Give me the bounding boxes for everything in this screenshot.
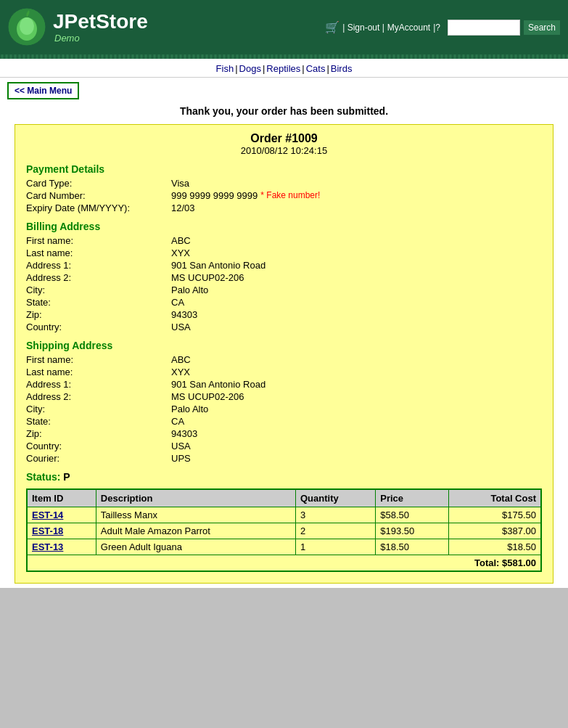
thank-you-message: Thank you, your order has been submitted… <box>7 105 561 117</box>
billing-zip-label: Zip: <box>26 309 171 320</box>
status-value: P <box>63 471 70 483</box>
card-number-label: Card Number: <box>26 190 171 201</box>
cell-total: $387.00 <box>448 523 541 539</box>
shipping-firstname-row: First name: ABC <box>26 354 542 365</box>
logo-area: JPetStore Demo <box>7 7 148 47</box>
shipping-courier-value: UPS <box>171 453 191 464</box>
logo-demo: Demo <box>54 33 148 44</box>
shipping-city-label: City: <box>26 404 171 414</box>
cat-sep-3: | <box>302 63 304 74</box>
order-header: Order #1009 2010/08/12 10:24:15 <box>26 132 542 156</box>
cell-total: $175.50 <box>448 507 541 523</box>
shipping-lastname-value: XYX <box>171 367 190 377</box>
shipping-country-row: Country: USA <box>26 441 542 451</box>
cat-sep-2: | <box>263 63 265 74</box>
main-content: << Main Menu Thank you, your order has b… <box>0 78 568 588</box>
shipping-firstname-value: ABC <box>171 354 191 365</box>
cell-description: Adult Male Amazon Parrot <box>96 523 295 539</box>
shipping-address1-value: 901 San Antonio Road <box>171 379 266 390</box>
total-value: Total: $581.00 <box>27 555 541 572</box>
cell-description: Green Adult Iguana <box>96 539 295 555</box>
shipping-address1-label: Address 1: <box>26 379 171 390</box>
expiry-label: Expiry Date (MM/YYYY): <box>26 203 171 213</box>
main-menu-button[interactable]: << Main Menu <box>7 82 79 99</box>
billing-country-label: Country: <box>26 322 171 332</box>
shipping-country-value: USA <box>171 441 191 451</box>
card-type-label: Card Type: <box>26 178 171 189</box>
cell-item-id[interactable]: EST-18 <box>27 523 96 539</box>
nav-reptiles[interactable]: Reptiles <box>266 63 300 74</box>
billing-lastname-value: XYX <box>171 248 190 258</box>
col-header-description: Description <box>96 489 295 507</box>
expiry-value: 12/03 <box>171 203 195 213</box>
shipping-country-label: Country: <box>26 441 171 451</box>
billing-country-row: Country: USA <box>26 322 542 332</box>
shipping-address1-row: Address 1: 901 San Antonio Road <box>26 379 542 390</box>
col-header-total-cost: Total Cost <box>448 489 541 507</box>
billing-address2-row: Address 2: MS UCUP02-206 <box>26 272 542 283</box>
shipping-address2-label: Address 2: <box>26 391 171 402</box>
expiry-row: Expiry Date (MM/YYYY): 12/03 <box>26 203 542 213</box>
billing-lastname-row: Last name: XYX <box>26 248 542 258</box>
billing-state-value: CA <box>171 297 184 308</box>
cell-quantity: 1 <box>295 539 375 555</box>
shipping-zip-value: 94303 <box>171 428 197 439</box>
billing-city-row: City: Palo Alto <box>26 285 542 295</box>
shipping-zip-row: Zip: 94303 <box>26 428 542 439</box>
cart-icon: 🛒 <box>325 20 339 34</box>
cell-description: Tailless Manx <box>96 507 295 523</box>
status-label: Status: <box>26 471 60 483</box>
category-nav: Fish|Dogs|Reptiles|Cats|Birds <box>0 59 568 78</box>
col-header-price: Price <box>376 489 449 507</box>
shipping-address2-row: Address 2: MS UCUP02-206 <box>26 391 542 402</box>
shipping-courier-row: Courier: UPS <box>26 453 542 464</box>
cell-quantity: 2 <box>295 523 375 539</box>
table-row: EST-13 Green Adult Iguana 1 $18.50 $18.5… <box>27 539 541 555</box>
col-header-item-id: Item ID <box>27 489 96 507</box>
shipping-state-row: State: CA <box>26 416 542 427</box>
nav-cats[interactable]: Cats <box>306 63 326 74</box>
billing-city-label: City: <box>26 285 171 295</box>
cell-item-id[interactable]: EST-14 <box>27 507 96 523</box>
billing-lastname-label: Last name: <box>26 248 171 258</box>
col-header-quantity: Quantity <box>295 489 375 507</box>
billing-firstname-label: First name: <box>26 235 171 246</box>
sign-out-link[interactable]: | Sign-out | <box>342 23 384 33</box>
payment-section-title: Payment Details <box>26 163 542 175</box>
table-row: EST-18 Adult Male Amazon Parrot 2 $193.5… <box>27 523 541 539</box>
header-sep: |? <box>433 23 440 33</box>
order-table: Item ID Description Quantity Price Total… <box>26 488 542 572</box>
nav-birds[interactable]: Birds <box>331 63 353 74</box>
billing-address1-value: 901 San Antonio Road <box>171 260 266 271</box>
shipping-address2-value: MS UCUP02-206 <box>171 391 244 402</box>
total-row: Total: $581.00 <box>27 555 541 572</box>
shipping-city-row: City: Palo Alto <box>26 404 542 414</box>
svg-point-2 <box>20 17 34 35</box>
shipping-state-label: State: <box>26 416 171 427</box>
search-input[interactable] <box>448 20 520 36</box>
billing-firstname-row: First name: ABC <box>26 235 542 246</box>
table-row: EST-14 Tailless Manx 3 $58.50 $175.50 <box>27 507 541 523</box>
cell-total: $18.50 <box>448 539 541 555</box>
shipping-state-value: CA <box>171 416 184 427</box>
cell-price: $193.50 <box>376 523 449 539</box>
card-number-value: 999 9999 9999 9999 <box>171 190 258 201</box>
billing-state-row: State: CA <box>26 297 542 308</box>
nav-fish[interactable]: Fish <box>216 63 234 74</box>
billing-firstname-value: ABC <box>171 235 191 246</box>
nav-dogs[interactable]: Dogs <box>239 63 261 74</box>
card-type-row: Card Type: Visa <box>26 178 542 189</box>
billing-country-value: USA <box>171 322 191 332</box>
billing-address1-row: Address 1: 901 San Antonio Road <box>26 260 542 271</box>
shipping-zip-label: Zip: <box>26 428 171 439</box>
logo-text-area: JPetStore Demo <box>53 11 148 44</box>
order-number: Order #1009 <box>26 132 542 145</box>
shipping-lastname-row: Last name: XYX <box>26 367 542 377</box>
shipping-city-value: Palo Alto <box>171 404 208 414</box>
cell-item-id[interactable]: EST-13 <box>27 539 96 555</box>
cell-price: $58.50 <box>376 507 449 523</box>
cat-sep-1: | <box>235 63 237 74</box>
my-account-link[interactable]: MyAccount <box>387 23 430 33</box>
status-line: Status: P <box>26 471 542 483</box>
search-button[interactable]: Search <box>523 20 561 36</box>
